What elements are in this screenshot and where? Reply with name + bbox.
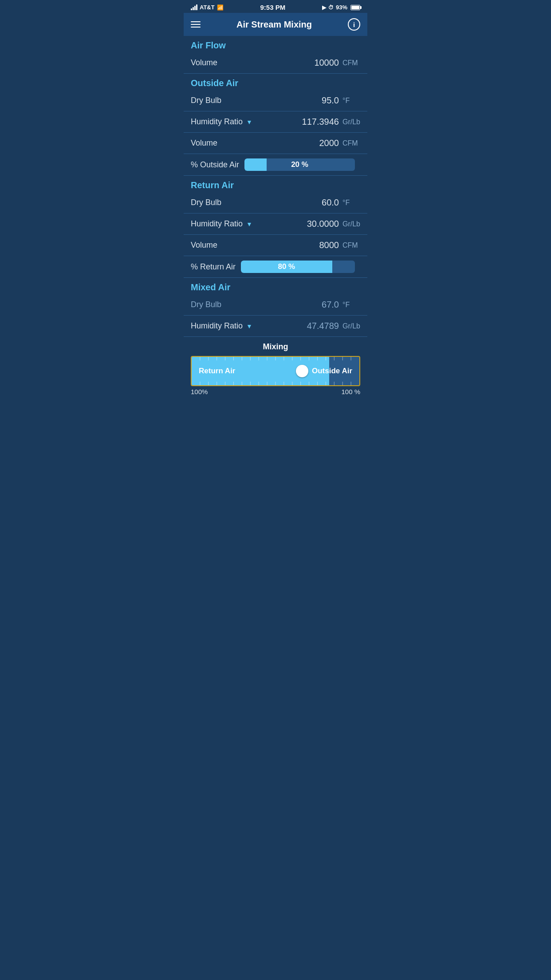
return-air-volume-value[interactable]: 8000: [295, 240, 339, 250]
outside-air-drybulb-unit: °F: [342, 97, 360, 105]
outside-air-humidity-row: Humidity Ratio ▼ 117.3946 Gr/Lb: [184, 111, 367, 133]
status-right: ▶ ⏱ 93%: [322, 4, 360, 11]
mixed-air-humidity-label: Humidity Ratio ▼: [191, 321, 252, 331]
outside-air-humidity-unit: Gr/Lb: [342, 118, 360, 126]
return-air-humidity-label: Humidity Ratio ▼: [191, 219, 252, 229]
return-air-header: Return Air: [184, 176, 367, 192]
alarm-icon: ⏱: [328, 4, 334, 11]
mixing-outside-air-area: Outside Air: [296, 365, 352, 377]
mixing-return-air-label: Return Air: [199, 367, 236, 375]
outside-air-header: Outside Air: [184, 74, 367, 90]
page-title: Air Stream Mixing: [236, 20, 312, 30]
mixed-air-drybulb-unit: °F: [342, 301, 360, 309]
outside-air-drybulb-right: 95.0 °F: [295, 95, 360, 106]
mixed-air-humidity-unit: Gr/Lb: [342, 322, 360, 330]
outside-air-humidity-right: 117.3946 Gr/Lb: [295, 117, 360, 127]
mixing-toggle-knob[interactable]: [296, 365, 308, 377]
return-air-drybulb-right: 60.0 °F: [295, 198, 360, 208]
return-air-humidity-row: Humidity Ratio ▼ 30.0000 Gr/Lb: [184, 213, 367, 235]
air-flow-volume-unit: CFM: [342, 59, 360, 67]
outside-air-percent-row: % Outside Air 20 %: [184, 154, 367, 176]
outside-air-percent-fill: [244, 158, 267, 171]
nav-bar: Air Stream Mixing i: [184, 13, 367, 36]
signal-bar-4: [196, 4, 197, 10]
return-air-volume-row: Volume 8000 CFM: [184, 235, 367, 256]
outside-air-percent-slider[interactable]: 20 %: [244, 158, 355, 171]
return-air-humidity-right: 30.0000 Gr/Lb: [295, 219, 360, 229]
menu-line-3: [191, 27, 201, 28]
mixing-section: Mixing: [184, 337, 367, 401]
return-air-drybulb-unit: °F: [342, 199, 360, 207]
outside-air-humidity-label: Humidity Ratio ▼: [191, 117, 252, 126]
bottom-space: [184, 401, 367, 490]
outside-air-humidity-dropdown[interactable]: ▼: [246, 119, 252, 126]
return-air-volume-right: 8000 CFM: [295, 240, 360, 250]
wifi-icon: 📶: [217, 4, 224, 11]
menu-line-2: [191, 24, 201, 25]
outside-air-drybulb-row: Dry Bulb 95.0 °F: [184, 90, 367, 111]
status-left: AT&T 📶: [191, 4, 224, 11]
main-content: Air Flow Volume 10000 CFM Outside Air Dr…: [184, 36, 367, 401]
mixed-air-drybulb-right: 67.0 °F: [295, 300, 360, 310]
mixed-air-humidity-dropdown[interactable]: ▼: [246, 323, 252, 330]
signal-bar-2: [193, 7, 194, 10]
status-bar: AT&T 📶 9:53 PM ▶ ⏱ 93%: [184, 0, 367, 13]
mixed-air-header: Mixed Air: [184, 278, 367, 294]
return-air-humidity-dropdown[interactable]: ▼: [246, 221, 252, 228]
return-air-humidity-value[interactable]: 30.0000: [295, 219, 339, 229]
mixed-air-humidity-value: 47.4789: [295, 321, 339, 331]
outside-air-volume-value[interactable]: 2000: [295, 138, 339, 148]
battery-icon: [350, 5, 360, 10]
outside-air-volume-right: 2000 CFM: [295, 138, 360, 148]
return-air-drybulb-label: Dry Bulb: [191, 198, 221, 207]
mixing-right-percent: 100 %: [341, 388, 360, 395]
signal-bars: [191, 4, 197, 10]
outside-air-volume-row: Volume 2000 CFM: [184, 133, 367, 154]
mixed-air-drybulb-label: Dry Bulb: [191, 300, 221, 309]
signal-bar-1: [191, 8, 192, 10]
return-air-drybulb-row: Dry Bulb 60.0 °F: [184, 192, 367, 213]
mixed-air-drybulb-value: 67.0: [295, 300, 339, 310]
outside-air-percent-label: % Outside Air: [191, 160, 239, 170]
info-button[interactable]: i: [348, 18, 360, 31]
return-air-percent-row: % Return Air 80 %: [184, 256, 367, 278]
return-air-drybulb-value[interactable]: 60.0: [295, 198, 339, 208]
return-air-percent-value: 80 %: [278, 262, 295, 271]
mixed-air-drybulb-row: Dry Bulb 67.0 °F: [184, 294, 367, 316]
battery-percent: 93%: [336, 4, 347, 11]
mixed-air-humidity-row: Humidity Ratio ▼ 47.4789 Gr/Lb: [184, 316, 367, 337]
info-icon: i: [353, 21, 355, 28]
location-icon: ▶: [322, 4, 326, 11]
air-flow-volume-right: 10000 CFM: [295, 58, 360, 68]
battery-fill: [351, 6, 359, 9]
mixing-outside-air-label: Outside Air: [312, 367, 352, 375]
air-flow-volume-label: Volume: [191, 58, 217, 67]
return-air-volume-label: Volume: [191, 241, 217, 250]
outside-air-percent-value: 20 %: [291, 160, 308, 169]
mixing-percentages: 100% 100 %: [191, 386, 360, 397]
air-flow-volume-value[interactable]: 10000: [295, 58, 339, 68]
time-label: 9:53 PM: [260, 4, 285, 11]
outside-air-volume-unit: CFM: [342, 139, 360, 147]
air-flow-volume-row: Volume 10000 CFM: [184, 52, 367, 74]
return-air-humidity-unit: Gr/Lb: [342, 220, 360, 228]
return-air-percent-label: % Return Air: [191, 262, 236, 272]
return-air-volume-unit: CFM: [342, 241, 360, 249]
mixing-left-percent: 100%: [191, 388, 208, 395]
air-flow-header: Air Flow: [184, 36, 367, 52]
carrier-label: AT&T: [200, 4, 215, 11]
outside-air-drybulb-value[interactable]: 95.0: [295, 95, 339, 106]
mixing-title: Mixing: [191, 342, 360, 352]
outside-air-volume-label: Volume: [191, 138, 217, 148]
return-air-percent-fill: 80 %: [241, 261, 332, 273]
outside-air-humidity-value[interactable]: 117.3946: [295, 117, 339, 127]
menu-line-1: [191, 21, 201, 22]
mixing-chart[interactable]: Return Air Outside Air: [191, 356, 360, 386]
menu-button[interactable]: [191, 21, 201, 28]
return-air-percent-slider[interactable]: 80 %: [241, 261, 355, 273]
mixed-air-humidity-right: 47.4789 Gr/Lb: [295, 321, 360, 331]
outside-air-drybulb-label: Dry Bulb: [191, 96, 221, 105]
signal-bar-3: [194, 6, 196, 10]
